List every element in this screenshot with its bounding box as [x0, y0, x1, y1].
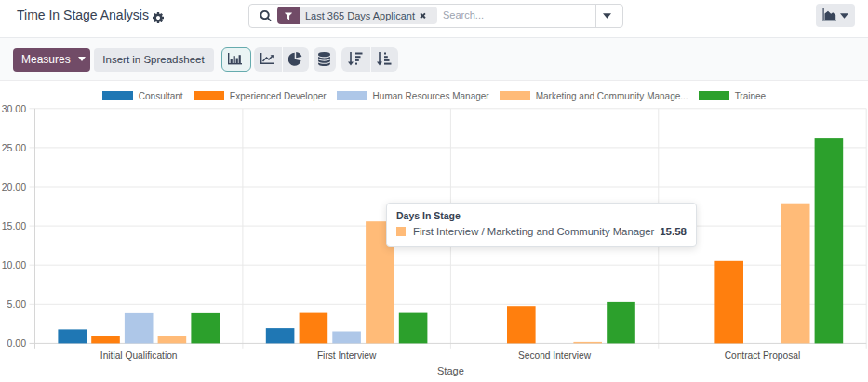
svg-text:0.00: 0.00: [7, 337, 27, 349]
svg-text:First Interview: First Interview: [317, 350, 377, 361]
svg-text:10.00: 10.00: [2, 259, 26, 270]
svg-text:Contract Proposal: Contract Proposal: [725, 350, 801, 361]
svg-text:Initial Qualification: Initial Qualification: [100, 350, 178, 361]
svg-text:20.00: 20.00: [2, 181, 26, 192]
svg-text:25.00: 25.00: [2, 142, 26, 153]
svg-text:30.00: 30.00: [2, 103, 26, 114]
svg-text:5.00: 5.00: [7, 298, 27, 310]
svg-text:Second Interview: Second Interview: [518, 350, 592, 361]
svg-text:15.00: 15.00: [2, 220, 26, 231]
svg-text:Stage: Stage: [437, 365, 464, 376]
